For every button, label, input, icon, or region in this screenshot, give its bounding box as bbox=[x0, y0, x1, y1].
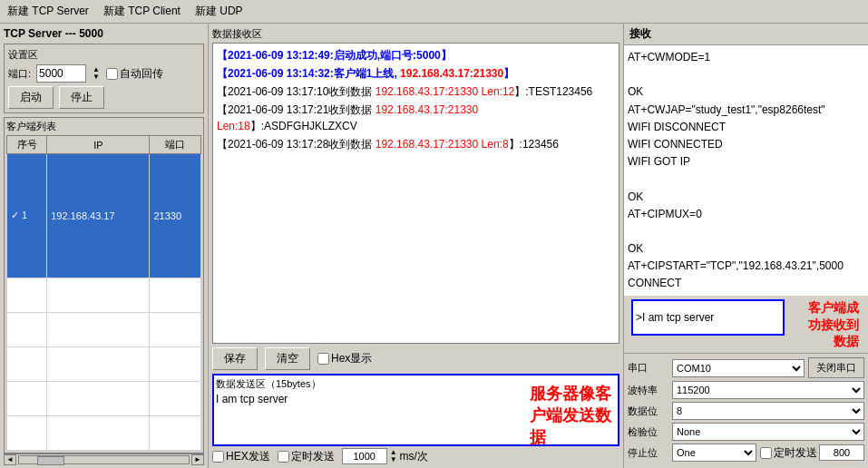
stop-bits-row: 停止位 One 定时发送 bbox=[628, 444, 864, 462]
table-row-empty3 bbox=[7, 346, 201, 381]
recv-area: 【2021-06-09 13:12:49:启动成功,端口号:5000】 【202… bbox=[212, 43, 619, 344]
serial-port-select[interactable]: COM10 bbox=[672, 359, 805, 377]
scheduled-send-control: 定时发送 bbox=[760, 444, 864, 461]
baud-rate-row: 波特率 115200 bbox=[628, 381, 864, 399]
send-controls: HEX发送 定时发送 ▲ ▼ ms/次 bbox=[212, 448, 619, 464]
scroll-right-arrow[interactable]: ► bbox=[191, 454, 204, 465]
table-row-empty2 bbox=[7, 312, 201, 346]
recv-highlight-1: 【2021-06-09 13:12:49:启动成功,端口号:5000】 bbox=[217, 49, 452, 62]
main-content: TCP Server --- 5000 设置区 端口: ▲ ▼ 自动回传 启动 … bbox=[0, 24, 868, 468]
close-port-button[interactable]: 关闭串口 bbox=[808, 357, 864, 378]
middle-panel: 数据接收区 【2021-06-09 13:12:49:启动成功,端口号:5000… bbox=[209, 24, 623, 468]
interval-control: ▲ ▼ ms/次 bbox=[342, 448, 428, 464]
left-panel: TCP Server --- 5000 设置区 端口: ▲ ▼ 自动回传 启动 … bbox=[0, 24, 209, 468]
port-down-arrow[interactable]: ▼ bbox=[92, 73, 101, 81]
log-line-5: WIFI DISCONNECT bbox=[628, 119, 864, 136]
client-list-box: 客户端列表 序号 IP 端口 ✓ 1 192.168.43.17 21330 bbox=[4, 117, 204, 453]
right-panel: 接收 AT+CWMODE=1 OK AT+CWJAP="study_test1"… bbox=[623, 24, 868, 468]
port-settings: 串口 COM10 关闭串口 波特率 115200 数据位 8 检验位 bbox=[624, 353, 868, 468]
baud-rate-label: 波特率 bbox=[628, 384, 668, 397]
server-btn-row: 启动 停止 bbox=[8, 86, 200, 109]
settings-label: 设置区 bbox=[8, 48, 200, 62]
log-line-8 bbox=[628, 171, 864, 188]
menu-new-udp[interactable]: 新建 UDP bbox=[191, 2, 247, 21]
row-ip: 192.168.43.17 bbox=[47, 154, 150, 278]
scroll-track[interactable] bbox=[18, 455, 190, 464]
data-bits-label: 数据位 bbox=[628, 405, 668, 418]
interval-input[interactable] bbox=[342, 448, 387, 464]
hex-send-checkbox[interactable] bbox=[212, 451, 224, 463]
log-line-12: OK bbox=[628, 240, 864, 258]
parity-row: 检验位 None bbox=[628, 423, 864, 441]
col-num: 序号 bbox=[7, 136, 47, 154]
stop-bits-label: 停止位 bbox=[628, 446, 668, 460]
scroll-thumb[interactable] bbox=[37, 456, 64, 465]
parity-select[interactable]: None bbox=[672, 423, 864, 441]
send-area-box: 数据发送区（15bytes） I am tcp server bbox=[212, 374, 619, 446]
horizontal-scrollbar[interactable]: ◄ ► bbox=[4, 453, 204, 464]
scheduled-send-checkbox[interactable] bbox=[278, 451, 289, 463]
baud-rate-select[interactable]: 115200 bbox=[672, 381, 864, 399]
recv-highlight-2: 【2021-06-09 13:14:32:客户端1上线, 192.168.43.… bbox=[217, 67, 514, 80]
log-line-14: CONNECT bbox=[628, 275, 864, 292]
data-bits-select[interactable]: 8 bbox=[672, 402, 864, 420]
hex-display-checkbox[interactable] bbox=[317, 353, 329, 365]
recv-area-label: 数据接收区 bbox=[212, 27, 619, 41]
recv-log-area: AT+CWMODE=1 OK AT+CWJAP="study_test1","e… bbox=[624, 45, 868, 296]
log-line-7: WIFI GOT IP bbox=[628, 153, 864, 171]
recv-line-2: 【2021-06-09 13:14:32:客户端1上线, 192.168.43.… bbox=[217, 65, 615, 82]
start-button[interactable]: 启动 bbox=[8, 86, 54, 109]
menu-new-tcp-server[interactable]: 新建 TCP Server bbox=[4, 2, 93, 21]
send-area-label: 数据发送区（15bytes） bbox=[216, 377, 616, 391]
data-bits-row: 数据位 8 bbox=[628, 402, 864, 420]
interval-down[interactable]: ▼ bbox=[389, 456, 398, 463]
row-port: 21330 bbox=[150, 154, 201, 278]
recv-ip-5: 192.168.43.17:21330 Len:8 bbox=[375, 138, 509, 151]
right-annotation: 客户端成功接收到数据 bbox=[792, 297, 864, 351]
serial-port-label: 串口 bbox=[628, 361, 668, 375]
col-port: 端口 bbox=[150, 136, 201, 154]
log-line-11 bbox=[628, 223, 864, 240]
right-scheduled-label: 定时发送 bbox=[774, 445, 817, 461]
recv-ip-3: 192.168.43.17:21330 Len:12 bbox=[375, 85, 514, 98]
parity-label: 检验位 bbox=[628, 425, 668, 439]
port-input[interactable] bbox=[36, 64, 86, 83]
scroll-left-arrow[interactable]: ◄ bbox=[4, 454, 16, 465]
port-row: 端口: ▲ ▼ 自动回传 bbox=[8, 64, 200, 83]
tcp-recv-box: >I am tcp server bbox=[631, 299, 785, 336]
stop-button[interactable]: 停止 bbox=[59, 86, 104, 109]
send-textarea[interactable]: I am tcp server bbox=[216, 393, 616, 438]
tcp-recv-content: >I am tcp server bbox=[636, 311, 714, 324]
menu-new-tcp-client[interactable]: 新建 TCP Client bbox=[100, 2, 184, 21]
log-line-13: AT+CIPSTART="TCP","192.168.43.21",5000 bbox=[628, 258, 864, 275]
hex-send-text: HEX发送 bbox=[226, 449, 270, 464]
table-row-empty1 bbox=[7, 278, 201, 312]
tcp-server-title: TCP Server --- 5000 bbox=[4, 27, 204, 40]
log-line-2 bbox=[628, 66, 864, 83]
port-spinners: ▲ ▼ bbox=[92, 66, 101, 81]
client-list-title: 客户端列表 bbox=[6, 120, 201, 133]
scheduled-send-label: 定时发送 bbox=[278, 449, 335, 464]
auto-reply-checkbox[interactable] bbox=[106, 68, 118, 80]
client-table: 序号 IP 端口 ✓ 1 192.168.43.17 21330 bbox=[6, 135, 201, 451]
recv-line-3: 【2021-06-09 13:17:10收到数据 192.168.43.17:2… bbox=[217, 83, 615, 100]
log-line-10: AT+CIPMUX=0 bbox=[628, 206, 864, 223]
table-row-empty5 bbox=[7, 415, 201, 450]
stop-bits-select[interactable]: One bbox=[672, 444, 756, 462]
clear-button[interactable]: 清空 bbox=[265, 347, 310, 370]
row-check: ✓ 1 bbox=[7, 154, 47, 278]
right-scheduled-checkbox[interactable] bbox=[760, 447, 772, 459]
interval-unit: ms/次 bbox=[400, 449, 428, 464]
table-row[interactable]: ✓ 1 192.168.43.17 21330 bbox=[7, 154, 201, 278]
serial-port-row: 串口 COM10 关闭串口 bbox=[628, 357, 864, 378]
col-ip: IP bbox=[47, 136, 150, 154]
right-scheduled-input[interactable] bbox=[819, 444, 864, 461]
scheduled-send-text: 定时发送 bbox=[291, 449, 335, 464]
top-menu-bar: 新建 TCP Server 新建 TCP Client 新建 UDP bbox=[0, 0, 868, 24]
right-panel-title: 接收 bbox=[624, 24, 868, 45]
save-button[interactable]: 保存 bbox=[212, 347, 258, 370]
recv-line-5: 【2021-06-09 13:17:28收到数据 192.168.43.17:2… bbox=[217, 136, 615, 152]
settings-section: 设置区 端口: ▲ ▼ 自动回传 启动 停止 bbox=[4, 44, 204, 113]
log-line-15 bbox=[628, 293, 864, 297]
table-row-empty4 bbox=[7, 381, 201, 415]
